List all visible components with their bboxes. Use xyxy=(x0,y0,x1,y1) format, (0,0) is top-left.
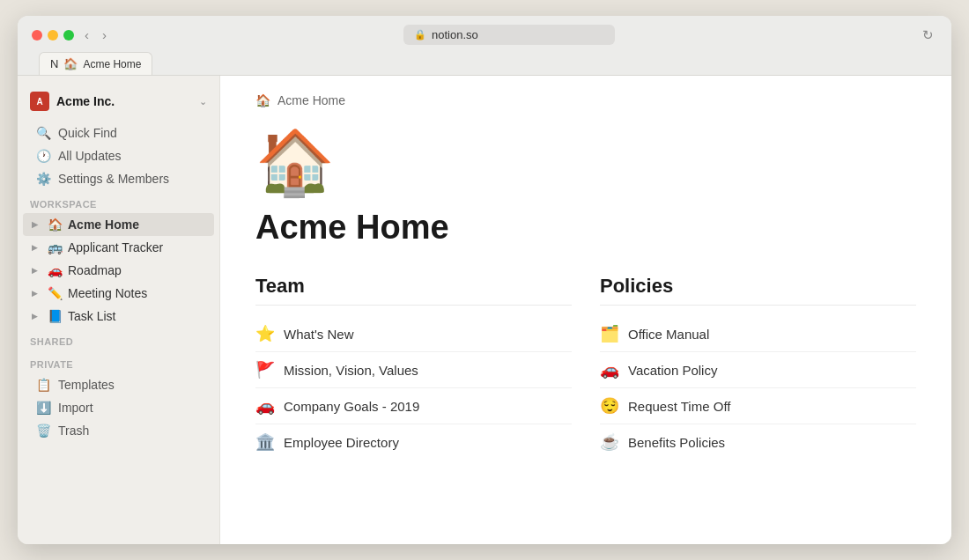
policies-section-title: Policies xyxy=(600,275,916,306)
address-bar-row: 🔒 notion.so ‹ › ↻ xyxy=(81,25,937,45)
sidebar-label-settings: Settings & Members xyxy=(58,172,169,186)
sidebar-label-quick-find: Quick Find xyxy=(58,126,117,140)
traffic-lights xyxy=(32,30,74,41)
tree-arrow-icon: ▶ xyxy=(32,266,42,275)
sidebar-label-roadmap: Roadmap xyxy=(68,263,122,277)
trash-icon: 🗑️ xyxy=(35,424,51,438)
list-item[interactable]: 🗂️ Office Manual xyxy=(600,316,916,352)
sidebar-item-task-list[interactable]: ▶ 📘 Task List xyxy=(23,305,214,328)
item-label: Company Goals - 2019 xyxy=(284,399,419,414)
updates-icon: 🕐 xyxy=(35,149,51,163)
private-section-label: PRIVATE xyxy=(18,350,219,373)
item-emoji: 🗂️ xyxy=(600,324,619,343)
sidebar-item-templates[interactable]: 📋 Templates xyxy=(23,373,214,396)
list-item[interactable]: 🚗 Vacation Policy xyxy=(600,352,916,388)
settings-icon: ⚙️ xyxy=(35,172,51,186)
tree-arrow-icon: ▶ xyxy=(32,243,42,252)
list-item[interactable]: 🚩 Mission, Vision, Values xyxy=(255,352,572,388)
tree-arrow-icon: ▶ xyxy=(32,312,42,321)
app-layout: A Acme Inc. ⌄ 🔍 Quick Find 🕐 All Updates… xyxy=(18,76,951,544)
breadcrumb-emoji: 🏠 xyxy=(255,93,270,107)
policies-section: Policies 🗂️ Office Manual 🚗 Vacation Pol… xyxy=(600,275,916,460)
tree-arrow-icon: ▶ xyxy=(32,289,42,298)
sidebar-label-templates: Templates xyxy=(58,378,115,392)
sidebar-item-all-updates[interactable]: 🕐 All Updates xyxy=(23,144,214,167)
breadcrumb: 🏠 Acme Home xyxy=(255,93,916,107)
breadcrumb-title: Acme Home xyxy=(277,93,345,107)
sidebar-label-meeting-notes: Meeting Notes xyxy=(68,286,147,300)
page-hero-emoji: 🏠 xyxy=(255,125,916,200)
maximize-button[interactable] xyxy=(63,30,74,41)
content-grid: Team ⭐ What's New 🚩 Mission, Vision, Val… xyxy=(255,275,916,460)
sidebar-label-trash: Trash xyxy=(58,424,89,438)
lock-icon: 🔒 xyxy=(414,29,426,41)
list-item[interactable]: 😌 Request Time Off xyxy=(600,388,916,424)
item-emoji: ☕ xyxy=(600,432,619,452)
item-emoji: 😌 xyxy=(600,396,619,416)
meeting-notes-emoji: ✏️ xyxy=(48,286,63,300)
nav-forward-button[interactable]: › xyxy=(99,26,110,44)
workspace-chevron-icon: ⌄ xyxy=(199,96,207,107)
reload-button[interactable]: ↻ xyxy=(919,26,937,45)
item-label: Request Time Off xyxy=(628,399,730,414)
workspace-header[interactable]: A Acme Inc. ⌄ xyxy=(18,86,219,116)
sidebar: A Acme Inc. ⌄ 🔍 Quick Find 🕐 All Updates… xyxy=(18,76,220,544)
shared-section-label: SHARED xyxy=(18,328,219,350)
address-text: notion.so xyxy=(432,28,478,41)
tab-page-emoji: 🏠 xyxy=(63,57,78,70)
sidebar-item-settings[interactable]: ⚙️ Settings & Members xyxy=(23,167,214,190)
item-label: Employee Directory xyxy=(284,435,399,450)
address-bar[interactable]: 🔒 notion.so xyxy=(403,25,615,45)
list-item[interactable]: ☕ Benefits Policies xyxy=(600,424,916,460)
item-emoji: ⭐ xyxy=(255,324,275,343)
workspace-name: Acme Inc. xyxy=(56,94,192,108)
workspace-logo: A xyxy=(30,92,49,111)
sidebar-item-meeting-notes[interactable]: ▶ ✏️ Meeting Notes xyxy=(23,282,214,305)
import-icon: ⬇️ xyxy=(35,401,51,415)
item-label: Vacation Policy xyxy=(628,363,717,378)
task-list-emoji: 📘 xyxy=(48,309,63,323)
sidebar-label-all-updates: All Updates xyxy=(58,149,122,163)
sidebar-item-roadmap[interactable]: ▶ 🚗 Roadmap xyxy=(23,259,214,282)
sidebar-item-quick-find[interactable]: 🔍 Quick Find xyxy=(23,122,214,144)
page-title: Acme Home xyxy=(255,209,916,247)
workspace-section-label: WORKSPACE xyxy=(18,190,219,213)
sidebar-label-task-list: Task List xyxy=(68,309,115,323)
sidebar-item-trash[interactable]: 🗑️ Trash xyxy=(23,419,214,442)
tree-arrow-icon: ▶ xyxy=(32,220,42,229)
team-section: Team ⭐ What's New 🚩 Mission, Vision, Val… xyxy=(255,275,572,460)
roadmap-emoji: 🚗 xyxy=(48,263,63,277)
tab-notion-icon: N xyxy=(50,57,58,70)
templates-icon: 📋 xyxy=(35,378,51,392)
close-button[interactable] xyxy=(32,30,42,41)
sidebar-label-applicant-tracker: Applicant Tracker xyxy=(68,240,163,254)
item-label: Office Manual xyxy=(628,327,709,342)
tab-label: Acme Home xyxy=(83,58,141,70)
item-label: Mission, Vision, Values xyxy=(284,363,418,378)
list-item[interactable]: 🚗 Company Goals - 2019 xyxy=(255,388,572,424)
minimize-button[interactable] xyxy=(48,30,58,41)
item-emoji: 🚩 xyxy=(255,360,275,379)
item-emoji: 🏛️ xyxy=(255,432,275,452)
sidebar-item-applicant-tracker[interactable]: ▶ 🚌 Applicant Tracker xyxy=(23,236,214,259)
sidebar-label-import: Import xyxy=(58,401,93,415)
browser-tab[interactable]: N 🏠 Acme Home xyxy=(39,52,152,75)
list-item[interactable]: 🏛️ Employee Directory xyxy=(255,424,572,460)
sidebar-item-import[interactable]: ⬇️ Import xyxy=(23,396,214,419)
item-label: What's New xyxy=(284,327,354,342)
item-emoji: 🚗 xyxy=(255,396,275,416)
item-label: Benefits Policies xyxy=(628,435,725,450)
item-emoji: 🚗 xyxy=(600,360,619,379)
browser-controls: 🔒 notion.so ‹ › ↻ xyxy=(32,25,937,45)
main-content: 🏠 Acme Home 🏠 Acme Home Team ⭐ What's Ne… xyxy=(220,76,951,544)
list-item[interactable]: ⭐ What's New xyxy=(255,316,572,352)
browser-chrome: 🔒 notion.so ‹ › ↻ N 🏠 Acme Home xyxy=(18,16,951,76)
team-section-title: Team xyxy=(255,275,572,306)
nav-back-button[interactable]: ‹ xyxy=(81,26,92,44)
browser-window: 🔒 notion.so ‹ › ↻ N 🏠 Acme Home A Acme I… xyxy=(18,16,951,544)
search-icon: 🔍 xyxy=(35,126,51,140)
browser-tab-row: N 🏠 Acme Home xyxy=(32,52,937,75)
sidebar-item-acme-home[interactable]: ▶ 🏠 Acme Home xyxy=(23,213,214,236)
applicant-tracker-emoji: 🚌 xyxy=(48,240,63,254)
sidebar-label-acme-home: Acme Home xyxy=(68,217,139,232)
